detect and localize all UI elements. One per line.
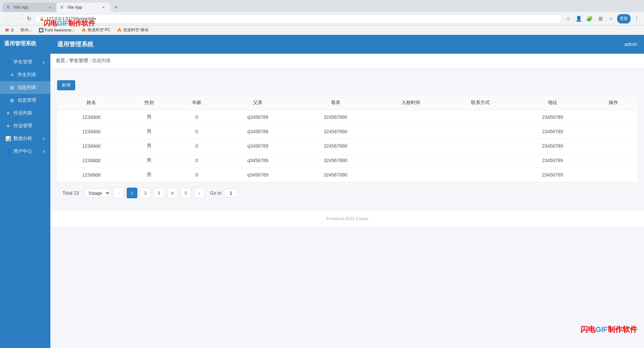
student-info-table: 姓名 性别 年龄 父亲 母亲 入校时间 联系方式 地址 操作 [57, 96, 637, 182]
page-btn-3[interactable]: 3 [154, 188, 164, 198]
cell-row0-col8[interactable] [590, 110, 637, 125]
cell-row2-col0: 123dddd [57, 139, 126, 153]
table-row: 123dddd男0q345678932456789023456789 [57, 125, 637, 139]
new-tab-button[interactable]: + [112, 3, 121, 12]
cell-row0-col4: 324567890 [295, 110, 376, 125]
bookmark-mobile[interactable]: 🔥 煌龙时空 移动 [115, 27, 151, 34]
menu-button[interactable]: ⋮ [632, 14, 641, 23]
cell-row0-col6 [445, 110, 515, 125]
col-contact: 联系方式 [445, 96, 515, 110]
goto-input[interactable]: 1 [224, 189, 238, 197]
bookmark-gmail[interactable]: M G [3, 27, 16, 33]
gmail-icon: M [5, 28, 9, 33]
cell-row1-col8[interactable] [590, 125, 637, 139]
sidebar-homework-manage-header[interactable]: ≡ 作业管理 [0, 119, 50, 132]
table-row: 123dddd男0q345678932456789023456789 [57, 110, 637, 125]
app-header-user: admin [625, 42, 637, 47]
page-btn-5[interactable]: 5 [180, 188, 191, 198]
back-button[interactable]: ← [3, 14, 12, 23]
cell-row2-col8[interactable] [590, 139, 637, 153]
page-btn-1[interactable]: 1 [127, 188, 137, 198]
bookmark-fontawesome[interactable]: 🔲 Font Awesome... [37, 27, 77, 33]
reload-button[interactable]: ↻ [24, 14, 34, 23]
cell-row2-col3: q3456789 [220, 139, 295, 153]
sidebar-item-info-manage[interactable]: ⊞ 信息管理 [0, 94, 50, 107]
app-root: V Vite App ✕ V Vite App ✕ + ← → ↻ 🔒 127.… [0, 0, 644, 348]
cell-row1-col0: 123dddd [57, 125, 126, 139]
forward-button[interactable]: → [13, 14, 23, 23]
extension-icon[interactable]: 🧩 [585, 14, 594, 23]
app-body: 通用管理系统 👤 学生管理 ∧ ≡ 学生列表 ⊞ 信息列表 [0, 35, 644, 348]
col-name: 姓名 [57, 96, 126, 110]
app-header-title: 通用管理系统 [57, 40, 93, 48]
table-row: 123dddd男0q345678932456789023456789 [57, 168, 637, 182]
bookmark-star[interactable]: ☆ [563, 14, 573, 23]
cell-row0-col3: q3456789 [220, 110, 295, 125]
student-list-label: 学生列表 [17, 72, 36, 78]
info-manage-label: 信息管理 [17, 97, 36, 103]
mobile-favicon: 🔥 [117, 28, 122, 33]
cell-row4-col3: q3456789 [220, 168, 295, 182]
page-btn-2[interactable]: 2 [140, 188, 151, 198]
cell-row4-col1: 男 [126, 168, 173, 182]
sidebar-user-center-header[interactable]: 👤 用户中心 ∨ [0, 145, 50, 158]
prev-page-button[interactable]: ‹ [113, 188, 124, 198]
info-list-label: 信息列表 [17, 85, 36, 91]
browser-tab-1[interactable]: V Vite App ✕ [3, 3, 56, 12]
breadcrumb-sep-2: / [89, 58, 91, 63]
analysis-chevron: ∨ [42, 137, 45, 141]
cell-row0-col5 [376, 110, 445, 125]
cell-row4-col0: 123dddd [57, 168, 126, 182]
address-bar[interactable]: 🔒 127.0.0.1:5173/home/info [35, 14, 562, 23]
cell-row0-col0: 123dddd [57, 110, 126, 125]
update-button[interactable]: 更新 [617, 14, 631, 23]
cell-row1-col7: 23456789 [515, 125, 590, 139]
cell-row0-col2: 0 [173, 110, 220, 125]
sidebar-analysis-header[interactable]: 📊 数据分析 ∨ [0, 132, 50, 145]
col-action: 操作 [590, 96, 637, 110]
right-panel: 通用管理系统 admin 首页 / 学生管理 / 信息列表 新增 [50, 35, 644, 348]
sidebar-homework-list-header[interactable]: ≡ 作业列表 [0, 107, 50, 119]
sidebar-title: 通用管理系统 [0, 35, 50, 53]
table-row: 123dddd男0q345678932456789023456789 [57, 139, 637, 153]
col-gender: 性别 [126, 96, 173, 110]
grid-icon[interactable]: ⊞ [596, 14, 605, 23]
sidebar-group-homework-list: ≡ 作业列表 [0, 107, 50, 119]
new-button[interactable]: 新增 [57, 80, 75, 90]
cell-row2-col4: 324567890 [295, 139, 376, 153]
profile-circle[interactable]: ○ [606, 14, 616, 23]
tab2-close[interactable]: ✕ [101, 5, 106, 10]
next-page-button[interactable]: › [194, 188, 205, 198]
cell-row4-col7: 23456789 [515, 168, 590, 182]
info-manage-icon: ⊞ [9, 98, 15, 103]
cell-row3-col8[interactable] [590, 153, 637, 168]
page-size-select[interactable]: 5/page [84, 189, 111, 198]
fontawesome-favicon: 🔲 [39, 28, 43, 33]
sidebar-item-info-list[interactable]: ⊞ 信息列表 [0, 81, 50, 94]
pc-favicon: 🔥 [82, 28, 86, 33]
page-btn-4[interactable]: 4 [167, 188, 178, 198]
browser-tab-2[interactable]: V Vite App ✕ [56, 3, 110, 12]
cell-row1-col6 [445, 125, 515, 139]
bookmark-xieban[interactable]: 协办... [18, 27, 34, 34]
cell-row1-col5 [376, 125, 445, 139]
bookmark-mobile-label: 煌龙时空 移动 [123, 27, 148, 33]
cell-row3-col0: 123dddd [57, 153, 126, 168]
sidebar-group-student-header[interactable]: 👤 学生管理 ∧ [0, 56, 50, 68]
cell-row4-col8[interactable] [590, 168, 637, 182]
cell-row1-col1: 男 [126, 125, 173, 139]
profile-icon[interactable]: 👤 [574, 14, 584, 23]
student-group-label: 学生管理 [13, 59, 32, 65]
tab1-close[interactable]: ✕ [47, 5, 52, 10]
table-header-row: 姓名 性别 年龄 父亲 母亲 入校时间 联系方式 地址 操作 [57, 96, 637, 110]
cell-row2-col6 [445, 139, 515, 153]
bookmark-pc[interactable]: 🔥 煌龙时空 PC [80, 27, 113, 34]
xieban-label: 协办... [20, 27, 32, 33]
sidebar-item-student-list[interactable]: ≡ 学生列表 [0, 68, 50, 81]
breadcrumb-home[interactable]: 首页 [56, 58, 65, 64]
tab2-title: Vite App [67, 5, 99, 10]
breadcrumb-student[interactable]: 学生管理 [69, 58, 88, 64]
sidebar-menu: 👤 学生管理 ∧ ≡ 学生列表 ⊞ 信息列表 ⊞ 信息管理 [0, 53, 50, 348]
cell-row4-col4: 324567890 [295, 168, 376, 182]
table-header: 姓名 性别 年龄 父亲 母亲 入校时间 联系方式 地址 操作 [57, 96, 637, 110]
